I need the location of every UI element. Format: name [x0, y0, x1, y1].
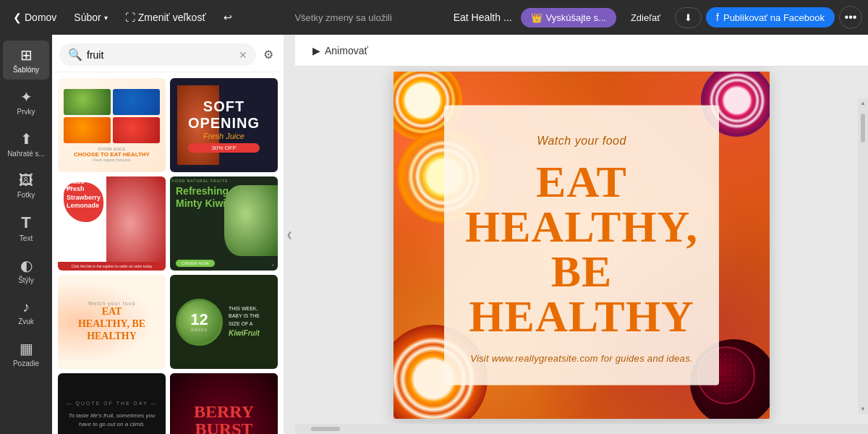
icon-sidebar: ⊞ Šablóny ✦ Prvky ⬆ Nahraté s... 🖼 Fotky… [0, 35, 52, 434]
sidebar-item-elements[interactable]: ✦ Prvky [3, 82, 49, 122]
template-card-7[interactable]: — QUOTE OF THE DAY — To taste life's fru… [58, 373, 166, 434]
close-icon: ✕ [239, 49, 247, 61]
scroll-thumb [861, 114, 865, 142]
download-button[interactable]: ⬇ [675, 7, 702, 28]
scroll-down-button[interactable]: ▼ [860, 406, 866, 412]
audio-icon: ♪ [22, 299, 30, 315]
uploads-icon: ⬆ [20, 130, 33, 148]
search-icon: 🔍 [68, 48, 82, 61]
sidebar-item-photos[interactable]: 🖼 Fotky [3, 166, 49, 205]
clear-search-button[interactable]: ✕ [239, 49, 247, 61]
search-input-wrap: 🔍 ✕ [59, 43, 256, 66]
nav-center: Všetky zmeny sa uložili [242, 12, 445, 23]
nav-right-actions: 👑 Vyskúšajte s... Zdieľať ⬇ f Publikovať… [521, 6, 862, 29]
photos-icon: 🖼 [19, 172, 33, 189]
search-panel: 🔍 ✕ ⚙ GYORI JUICE CHOOSE TO E [52, 35, 284, 434]
top-navigation: ❮ Domov Súbor ▾ ⛶ Zmeniť veľkosť ↩ Všetk… [0, 0, 868, 35]
autosave-status: Všetky zmeny sa uložili [294, 12, 391, 23]
canvas-toolbar: ▶ Animovať [295, 35, 868, 67]
canvas-viewport[interactable]: ▲ ▼ [295, 67, 868, 424]
resize-icon: ⛶ [125, 12, 135, 23]
sidebar-item-styles[interactable]: ◐ Štýly [3, 251, 49, 290]
animate-icon: ▶ [312, 45, 320, 56]
template-card-3[interactable]: 100% NaturalFoods FreshStrawberryLemonad… [58, 176, 166, 271]
canvas-main-title: EATHEALTHY,BEHEALTHY [465, 159, 698, 339]
file-button[interactable]: Súbor ▾ [67, 9, 114, 26]
sidebar-item-text[interactable]: T Text [3, 208, 49, 248]
templates-icon: ⊞ [20, 46, 33, 64]
quote-text: To taste life's fruit, sometimes you hav… [65, 412, 158, 429]
template-card-5[interactable]: Watch your food EATHEALTHY, BEHEALTHY [58, 275, 166, 369]
sidebar-item-templates[interactable]: ⊞ Šablóny [3, 41, 49, 80]
template-card-8[interactable]: BERRY BURST [170, 373, 278, 434]
vertical-scrollbar[interactable]: ▲ ▼ [858, 98, 868, 414]
publish-facebook-button[interactable]: f Publikovať na Facebook [706, 7, 835, 27]
elements-icon: ✦ [20, 88, 33, 106]
template-grid: GYORI JUICE CHOOSE TO EAT HEALTHY Fresh … [52, 72, 284, 434]
chevron-down-icon: ▾ [104, 14, 108, 22]
main-area: ⊞ Šablóny ✦ Prvky ⬆ Nahraté s... 🖼 Fotky… [0, 35, 868, 434]
chevron-left-icon: ❮ [13, 12, 22, 23]
sidebar-item-uploads[interactable]: ⬆ Nahraté s... [3, 124, 49, 163]
try-premium-button[interactable]: 👑 Vyskúšajte s... [521, 8, 616, 27]
horizontal-scrollbar[interactable] [295, 424, 868, 434]
crown-icon: 👑 [531, 12, 542, 23]
search-input[interactable] [87, 49, 234, 61]
filter-icon: ⚙ [263, 48, 273, 61]
template-card-2[interactable]: SOFT OPENING Fresh Juice 30% OFF [170, 78, 278, 172]
undo-button[interactable]: ↩ [216, 9, 239, 26]
search-bar: 🔍 ✕ ⚙ [52, 35, 284, 72]
canvas-subtitle: Watch your food [537, 135, 626, 148]
sidebar-item-audio[interactable]: ♪ Zvuk [3, 293, 49, 331]
canvas-content-card[interactable]: Watch your food EATHEALTHY,BEHEALTHY Vis… [444, 106, 719, 386]
collapse-panel-button[interactable]: ❮ [284, 35, 295, 434]
filter-button[interactable]: ⚙ [260, 45, 276, 64]
more-options-button[interactable]: ••• [839, 6, 862, 29]
background-icon: ▦ [20, 340, 33, 357]
home-button[interactable]: ❮ Domov [6, 9, 64, 26]
animate-button[interactable]: ▶ Animovať [307, 42, 374, 59]
design-canvas[interactable]: Watch your food EATHEALTHY,BEHEALTHY Vis… [393, 72, 770, 419]
canvas-footer-text: Visit www.reallygreatsite.com for guides… [470, 353, 693, 364]
text-icon: T [21, 213, 30, 232]
download-icon: ⬇ [684, 12, 692, 23]
share-button[interactable]: Zdieľať [621, 8, 671, 27]
sidebar-item-background[interactable]: ▦ Pozadie [3, 334, 49, 373]
template-card-4[interactable]: FOOD NATURAL FRUITS RefreshingMinty Kiwi… [170, 176, 278, 271]
document-title[interactable]: Eat Health ... [448, 9, 518, 26]
resize-button[interactable]: ⛶ Zmeniť veľkosť [118, 9, 213, 26]
collapse-icon: ❮ [286, 231, 292, 239]
scroll-up-button[interactable]: ▲ [860, 100, 866, 106]
canvas-area: ▶ Animovať ▲ ▼ [295, 35, 868, 434]
horizontal-scroll-thumb [311, 427, 340, 431]
template-card-6[interactable]: 12 WEEKS THIS WEEK, BABY IS THE SIZE OF … [170, 275, 278, 369]
template-card-1[interactable]: GYORI JUICE CHOOSE TO EAT HEALTHY Fresh … [58, 78, 166, 172]
facebook-icon: f [716, 12, 719, 23]
styles-icon: ◐ [20, 257, 33, 274]
